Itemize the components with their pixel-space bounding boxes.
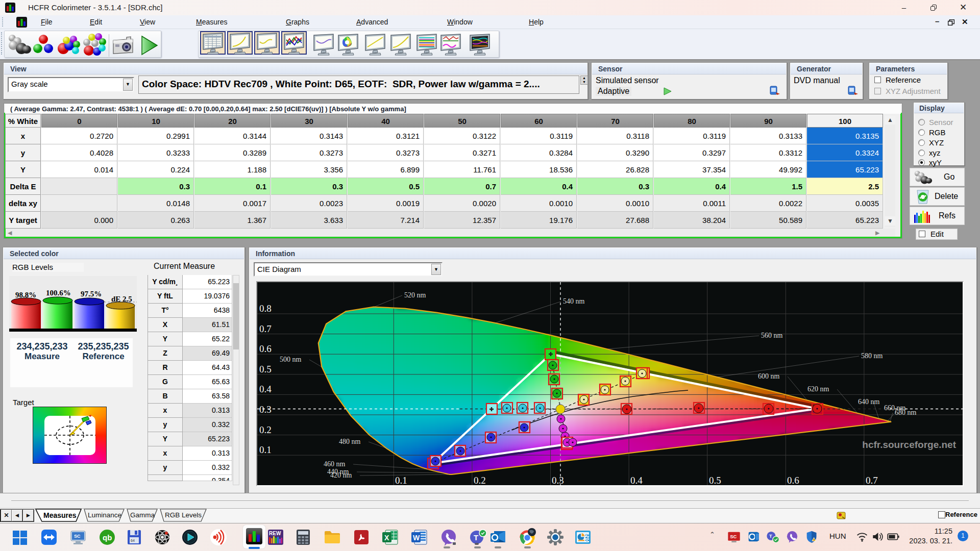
svg-text:560 nm: 560 nm xyxy=(761,332,783,339)
svg-text:0.5: 0.5 xyxy=(259,364,272,374)
svg-text:!: ! xyxy=(814,538,815,541)
svg-text:0.2: 0.2 xyxy=(474,475,486,485)
svg-text:SC: SC xyxy=(74,534,81,539)
svg-text:RGB Levels: RGB Levels xyxy=(165,511,202,519)
svg-text:REW: REW xyxy=(269,531,281,536)
svg-text:0.3: 0.3 xyxy=(552,475,564,485)
svg-text:680 nm: 680 nm xyxy=(895,409,917,416)
svg-text:0.6: 0.6 xyxy=(787,475,799,485)
svg-text:520 nm: 520 nm xyxy=(404,291,426,299)
svg-text:500 nm: 500 nm xyxy=(280,356,302,363)
svg-text:0.5: 0.5 xyxy=(709,475,721,485)
svg-text:0.6: 0.6 xyxy=(259,343,272,354)
svg-text:600 nm: 600 nm xyxy=(758,372,780,380)
svg-text:0.1: 0.1 xyxy=(395,475,407,485)
svg-text:420 nm: 420 nm xyxy=(330,471,352,479)
svg-text:0.7: 0.7 xyxy=(866,475,878,485)
svg-text:W: W xyxy=(413,534,420,542)
svg-text:0.8: 0.8 xyxy=(259,303,272,314)
svg-text:Gamma: Gamma xyxy=(130,511,155,519)
svg-text:0.4: 0.4 xyxy=(630,475,643,485)
svg-text:T: T xyxy=(769,534,772,539)
svg-text:0.1: 0.1 xyxy=(259,444,272,455)
svg-text:100.6%: 100.6% xyxy=(46,289,71,297)
svg-text:640 nm: 640 nm xyxy=(858,398,880,406)
svg-text:Luminance: Luminance xyxy=(88,511,121,519)
svg-text:qb: qb xyxy=(103,533,112,542)
svg-text:580 nm: 580 nm xyxy=(861,352,883,360)
svg-text:480 nm: 480 nm xyxy=(339,438,361,445)
svg-text:hcfr.sourceforge.net: hcfr.sourceforge.net xyxy=(862,439,956,450)
svg-text:620 nm: 620 nm xyxy=(807,385,829,393)
svg-text:460 nm: 460 nm xyxy=(324,460,346,468)
svg-text:0.2: 0.2 xyxy=(259,424,272,435)
svg-text:64: 64 xyxy=(131,539,135,542)
svg-text:97.5%: 97.5% xyxy=(81,290,102,298)
svg-text:SC: SC xyxy=(730,534,737,539)
svg-text:Measures: Measures xyxy=(43,511,77,519)
svg-text:X: X xyxy=(384,534,389,542)
svg-text:0.4: 0.4 xyxy=(259,384,272,394)
svg-text:T: T xyxy=(474,533,478,542)
svg-text:540 nm: 540 nm xyxy=(563,297,585,305)
svg-text:0.3: 0.3 xyxy=(259,404,272,415)
svg-text:0.7: 0.7 xyxy=(259,323,272,334)
